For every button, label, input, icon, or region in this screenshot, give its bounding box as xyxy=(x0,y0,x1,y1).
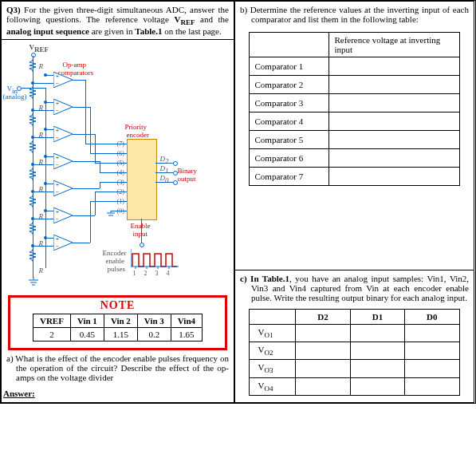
svg-text:+: + xyxy=(56,209,59,215)
vref-label: VREF xyxy=(30,43,49,53)
svg-text:+: + xyxy=(56,182,59,188)
resistor-icon xyxy=(28,140,37,153)
note-vin1-val: 0.45 xyxy=(70,328,104,342)
c-h-d1: D1 xyxy=(350,310,404,325)
enable-label-2: input xyxy=(133,230,148,238)
table-row: Comparator 4 xyxy=(250,113,459,131)
answer-label: Answer: xyxy=(3,389,234,398)
note-vin2-val: 1.15 xyxy=(104,328,137,342)
table-row: VO3 xyxy=(250,360,459,377)
adc-circuit-diagram: VREF Vin (analog) Op-amp comparators xyxy=(7,43,229,290)
part-b-table: Reference voltage at inverting input Com… xyxy=(249,32,459,186)
priority-encoder xyxy=(127,139,157,220)
comparator-icon: +− xyxy=(53,180,74,196)
d0-label: D0 xyxy=(160,174,169,184)
svg-text:−: − xyxy=(56,108,59,114)
right-column: b) Determine the reference values at the… xyxy=(234,1,474,403)
svg-text:−: − xyxy=(56,216,59,223)
c-h-d2: D2 xyxy=(296,310,350,325)
part-a-label: a) xyxy=(6,353,14,363)
b-row-4: Comparator 4 xyxy=(250,113,329,131)
resistor-icon xyxy=(28,249,37,262)
analog-label: (analog) xyxy=(3,93,27,101)
left-column: Q3) For the given three-digit simultaneo… xyxy=(1,1,234,403)
resistor-icon xyxy=(28,195,37,207)
c-row-vo3: VO3 xyxy=(250,360,296,377)
q3-table1: Table.1 xyxy=(135,26,162,36)
q3-text-2: and the xyxy=(195,14,229,24)
note-h-vin1: Vin 1 xyxy=(70,314,104,328)
b-row-1: Comparator 1 xyxy=(250,57,329,76)
comparator-icon: +− xyxy=(53,99,74,115)
svg-text:+: + xyxy=(56,73,59,80)
encpulse-label-1: Encoder xyxy=(103,249,127,257)
note-h-vref: VREF xyxy=(33,314,70,328)
encoder-label-2: encoder xyxy=(127,131,149,139)
comparator-icon: +− xyxy=(53,235,74,251)
tick-2: 2 xyxy=(144,270,148,277)
b-row-5: Comparator 5 xyxy=(250,131,329,149)
q3-vref: VREF xyxy=(174,14,195,24)
b-header: Reference voltage at inverting input xyxy=(329,33,459,57)
note-table: VREF Vin 1 Vin 2 Vin 3 Vin4 2 0.45 1.15 … xyxy=(33,314,203,342)
part-b-label: b) xyxy=(240,5,247,14)
d2-label: D2 xyxy=(160,155,169,165)
part-c-label: c) xyxy=(240,274,247,283)
part-a: a) What is the effect of the encoder ena… xyxy=(2,352,234,384)
q3-text-4: on the last page. xyxy=(163,26,222,36)
resistor-icon xyxy=(28,59,37,72)
comparator-icon: +− xyxy=(53,153,74,169)
table-row: 2 0.45 1.15 0.2 1.65 xyxy=(33,328,202,342)
table-row: VO1 xyxy=(250,325,459,342)
note-h-vin3: Vin 3 xyxy=(137,314,171,328)
note-vin4-val: 1.65 xyxy=(171,328,202,342)
table-row: Comparator 6 xyxy=(250,149,459,168)
note-vin3-val: 0.2 xyxy=(137,328,171,342)
svg-text:+: + xyxy=(56,101,59,107)
part-c: c) In Table.1, you have an analog input … xyxy=(235,270,474,402)
binary-label: Binary xyxy=(178,167,198,175)
table-row: Comparator 2 xyxy=(250,76,459,94)
part-c-table: D2D1D0 VO1 VO2 VO3 VO4 xyxy=(249,309,459,396)
part-c-lead: In Table.1 xyxy=(250,274,289,283)
note-h-vin2: Vin 2 xyxy=(104,314,137,328)
tick-3: 3 xyxy=(155,270,159,277)
resistor-icon xyxy=(28,168,37,180)
c-row-vo2: VO2 xyxy=(250,342,296,360)
c-row-vo4: VO4 xyxy=(250,377,296,395)
part-a-text: What is the effect of the encoder enable… xyxy=(15,353,229,382)
b-row-2: Comparator 2 xyxy=(250,76,329,94)
page: Q3) For the given three-digit simultaneo… xyxy=(0,0,476,404)
q3-text-3: are given in xyxy=(89,26,135,36)
enable-label-1: Enable xyxy=(131,222,151,230)
q3-bold2: analog input sequence xyxy=(6,26,89,36)
table-row: VO2 xyxy=(250,342,459,360)
encoder-label-1: Priority xyxy=(125,123,148,131)
table-row: VO4 xyxy=(250,377,459,395)
output-label: output xyxy=(178,175,196,183)
b-row-3: Comparator 3 xyxy=(250,94,329,113)
svg-text:−: − xyxy=(56,162,59,168)
note-title: NOTE xyxy=(14,299,222,312)
note-h-vin4: Vin4 xyxy=(171,314,202,328)
table-row: Comparator 1 xyxy=(250,57,459,76)
svg-text:+: + xyxy=(56,155,59,161)
resistor-icon xyxy=(28,86,37,99)
b-row-6: Comparator 6 xyxy=(250,149,329,168)
b-row-7: Comparator 7 xyxy=(250,168,329,186)
part-b-text: Determine the reference values at the in… xyxy=(250,5,469,24)
note-vref-val: 2 xyxy=(33,328,70,342)
encpulse-label-2: enable xyxy=(106,257,124,265)
svg-text:+: + xyxy=(56,128,59,134)
svg-text:−: − xyxy=(56,81,59,87)
comparator-icon: +− xyxy=(53,126,74,142)
r-label: R xyxy=(39,62,44,70)
svg-text:+: + xyxy=(56,236,59,243)
resistor-icon xyxy=(28,222,37,235)
comparator-icon: +− xyxy=(53,207,74,223)
part-b: b) Determine the reference values at the… xyxy=(235,2,474,270)
note-box: NOTE VREF Vin 1 Vin 2 Vin 3 Vin4 2 0.45 … xyxy=(8,295,227,350)
table-row: Comparator 5 xyxy=(250,131,459,149)
table-row: Comparator 3 xyxy=(250,94,459,113)
opamp-label: Op-amp xyxy=(63,61,87,69)
